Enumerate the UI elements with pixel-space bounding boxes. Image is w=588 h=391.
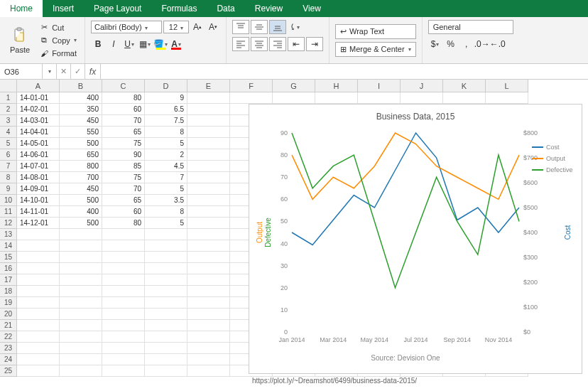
row-header[interactable]: 12 (0, 218, 17, 229)
row-header[interactable]: 13 (0, 229, 17, 240)
cell[interactable] (102, 263, 145, 274)
cell[interactable] (60, 354, 102, 365)
cell[interactable]: 14-04-01 (17, 127, 60, 138)
cell[interactable] (17, 252, 60, 263)
cell[interactable]: 800 (60, 161, 102, 172)
cell[interactable]: 550 (60, 127, 102, 138)
cell[interactable] (187, 104, 230, 115)
format-painter-button[interactable]: 🖌Format (37, 48, 79, 59)
cell[interactable] (60, 274, 102, 286)
row-header[interactable]: 20 (0, 309, 17, 320)
align-left-button[interactable] (232, 37, 249, 51)
cell[interactable] (60, 286, 102, 297)
cell[interactable] (60, 252, 102, 263)
increase-decimal-button[interactable]: .0→ (475, 37, 489, 51)
cell[interactable]: 60 (102, 104, 145, 115)
row-header[interactable]: 11 (0, 206, 17, 218)
cell[interactable] (102, 354, 145, 365)
col-header-I[interactable]: I (358, 80, 401, 92)
paste-button[interactable]: Paste (6, 26, 34, 55)
col-header-F[interactable]: F (230, 80, 273, 92)
col-header-D[interactable]: D (145, 80, 187, 92)
cell[interactable]: 14-05-01 (17, 138, 60, 149)
cell[interactable]: 60 (102, 206, 145, 218)
col-header-C[interactable]: C (102, 80, 145, 92)
cell[interactable]: 80 (102, 92, 145, 104)
accept-formula-button[interactable]: ✓ (71, 64, 85, 79)
cell[interactable]: 400 (60, 206, 102, 218)
cell[interactable] (315, 92, 358, 104)
row-header[interactable]: 17 (0, 274, 17, 286)
cell[interactable] (145, 263, 187, 274)
cell[interactable] (187, 297, 230, 309)
row-header[interactable]: 8 (0, 172, 17, 183)
fx-label[interactable]: fx (85, 64, 101, 79)
cell[interactable]: 5 (145, 138, 187, 149)
row-header[interactable]: 4 (0, 127, 17, 138)
cell[interactable] (17, 263, 60, 274)
row-header[interactable]: 18 (0, 286, 17, 297)
wrap-text-button[interactable]: ↩Wrap Text (335, 24, 416, 39)
cell[interactable] (187, 229, 230, 240)
cell[interactable] (187, 252, 230, 263)
cell[interactable]: 70 (102, 183, 145, 195)
cell[interactable]: 14-10-01 (17, 195, 60, 206)
cell[interactable] (187, 161, 230, 172)
cell[interactable] (187, 149, 230, 161)
cell[interactable]: 450 (60, 183, 102, 195)
cell[interactable] (187, 343, 230, 354)
align-top-button[interactable] (232, 20, 249, 34)
cell[interactable]: 500 (60, 195, 102, 206)
cell[interactable]: 450 (60, 115, 102, 127)
cell[interactable] (102, 286, 145, 297)
row-header[interactable]: 3 (0, 115, 17, 127)
cell[interactable] (17, 354, 60, 365)
cell[interactable]: 400 (60, 92, 102, 104)
col-header-B[interactable]: B (60, 80, 102, 92)
cell[interactable] (17, 320, 60, 331)
cell[interactable] (102, 297, 145, 309)
cell[interactable] (145, 274, 187, 286)
cell[interactable]: 5 (145, 183, 187, 195)
col-header-G[interactable]: G (273, 80, 315, 92)
col-header-K[interactable]: K (443, 80, 486, 92)
cell[interactable] (17, 365, 60, 377)
border-button[interactable]: ▦▾ (138, 37, 152, 51)
cell[interactable] (187, 240, 230, 252)
row-header[interactable]: 24 (0, 354, 17, 365)
orientation-button[interactable]: ⤹▾ (288, 20, 302, 34)
row-header[interactable]: 7 (0, 161, 17, 172)
cell[interactable] (145, 240, 187, 252)
cell[interactable]: 500 (60, 218, 102, 229)
cell[interactable] (60, 309, 102, 320)
cell[interactable] (17, 331, 60, 343)
row-header[interactable]: 6 (0, 149, 17, 161)
cell[interactable] (187, 263, 230, 274)
cell[interactable] (187, 218, 230, 229)
increase-indent-button[interactable]: ⇥ (306, 37, 323, 51)
cell[interactable] (60, 320, 102, 331)
cell[interactable] (187, 183, 230, 195)
decrease-font-button[interactable]: A▾ (206, 20, 220, 34)
cell[interactable]: 80 (102, 218, 145, 229)
chart-container[interactable]: Business Data, 2015 0102030405060708090$… (249, 104, 582, 374)
cell[interactable] (273, 92, 315, 104)
cell[interactable] (60, 240, 102, 252)
cell[interactable]: 14-11-01 (17, 206, 60, 218)
formula-input[interactable] (101, 64, 588, 79)
cell[interactable] (60, 343, 102, 354)
cell[interactable] (187, 365, 230, 377)
cell[interactable] (187, 195, 230, 206)
select-all-corner[interactable] (0, 80, 17, 92)
cell[interactable]: 14-09-01 (17, 183, 60, 195)
cell[interactable] (187, 309, 230, 320)
font-size-select[interactable]: 12 ▾ (163, 21, 189, 33)
tab-data[interactable]: Data (207, 0, 244, 17)
cell[interactable]: 9 (145, 92, 187, 104)
name-box-dropdown[interactable]: ▾ (43, 64, 57, 79)
row-header[interactable]: 21 (0, 320, 17, 331)
cell[interactable] (17, 240, 60, 252)
percent-button[interactable]: % (444, 37, 458, 51)
cell[interactable] (17, 297, 60, 309)
cell[interactable] (187, 127, 230, 138)
